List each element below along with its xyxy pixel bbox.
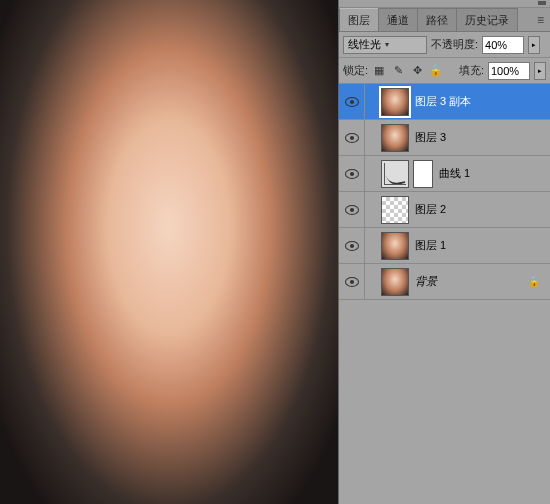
tab-layers[interactable]: 图层 <box>339 8 379 31</box>
layer-row[interactable]: 图层 2 <box>339 192 550 228</box>
panel-menu-icon[interactable]: ≡ <box>531 13 550 27</box>
panel-tabs: 图层 通道 路径 历史记录 ≡ <box>339 8 550 32</box>
fill-dropdown-icon[interactable]: ▸ <box>534 62 546 80</box>
visibility-toggle[interactable] <box>339 84 365 119</box>
eye-icon <box>345 277 359 287</box>
opacity-label: 不透明度: <box>431 37 478 52</box>
layer-thumbnail[interactable] <box>381 196 409 224</box>
tab-channels[interactable]: 通道 <box>378 8 418 31</box>
opacity-input[interactable]: 40% <box>482 36 524 54</box>
document-image <box>0 0 338 504</box>
visibility-toggle[interactable] <box>339 156 365 191</box>
lock-pixels-icon[interactable]: ✎ <box>391 64 405 78</box>
visibility-toggle[interactable] <box>339 264 365 299</box>
visibility-toggle[interactable] <box>339 120 365 155</box>
eye-icon <box>345 169 359 179</box>
visibility-toggle[interactable] <box>339 228 365 263</box>
layer-thumbnail[interactable] <box>381 268 409 296</box>
layers-panel: 图层 通道 路径 历史记录 ≡ 线性光 ▾ 不透明度: 40% ▸ 锁定: ▦ … <box>338 0 550 504</box>
lock-all-icon[interactable]: 🔒 <box>429 64 443 78</box>
layer-thumbnail[interactable] <box>381 88 409 116</box>
blend-mode-value: 线性光 <box>348 37 381 52</box>
lock-icon: 🔒 <box>528 276 540 287</box>
visibility-toggle[interactable] <box>339 192 365 227</box>
lock-position-icon[interactable]: ✥ <box>410 64 424 78</box>
opacity-dropdown-icon[interactable]: ▸ <box>528 36 540 54</box>
layer-name[interactable]: 背景 <box>413 274 437 289</box>
eye-icon <box>345 97 359 107</box>
fill-label: 填充: <box>459 63 484 78</box>
layer-row[interactable]: 图层 1 <box>339 228 550 264</box>
tab-paths[interactable]: 路径 <box>417 8 457 31</box>
layer-thumbnail[interactable] <box>381 232 409 260</box>
layer-name[interactable]: 图层 3 <box>413 130 446 145</box>
mask-thumbnail[interactable] <box>413 160 433 188</box>
layer-row[interactable]: 图层 3 <box>339 120 550 156</box>
layer-thumbnail[interactable] <box>381 124 409 152</box>
layer-row[interactable]: 背景 🔒 <box>339 264 550 300</box>
fill-input[interactable]: 100% <box>488 62 530 80</box>
layer-name[interactable]: 图层 3 副本 <box>413 94 471 109</box>
tab-history[interactable]: 历史记录 <box>456 8 518 31</box>
eye-icon <box>345 241 359 251</box>
eye-icon <box>345 133 359 143</box>
chevron-down-icon: ▾ <box>385 40 389 49</box>
blend-row: 线性光 ▾ 不透明度: 40% ▸ <box>339 32 550 58</box>
layers-list: 图层 3 副本 图层 3 曲线 1 图层 2 图层 1 <box>339 84 550 504</box>
blend-mode-select[interactable]: 线性光 ▾ <box>343 36 427 54</box>
lock-transparent-icon[interactable]: ▦ <box>372 64 386 78</box>
layer-name[interactable]: 图层 2 <box>413 202 446 217</box>
panel-menu-bar[interactable] <box>339 0 550 8</box>
adjustment-thumbnail[interactable] <box>381 160 409 188</box>
lock-row: 锁定: ▦ ✎ ✥ 🔒 填充: 100% ▸ <box>339 58 550 84</box>
layer-name[interactable]: 曲线 1 <box>437 166 470 181</box>
eye-icon <box>345 205 359 215</box>
lock-icon-group: ▦ ✎ ✥ 🔒 <box>372 64 443 78</box>
lock-label: 锁定: <box>343 63 368 78</box>
canvas-area[interactable] <box>0 0 338 504</box>
layer-name[interactable]: 图层 1 <box>413 238 446 253</box>
layer-row[interactable]: 图层 3 副本 <box>339 84 550 120</box>
layer-row[interactable]: 曲线 1 <box>339 156 550 192</box>
